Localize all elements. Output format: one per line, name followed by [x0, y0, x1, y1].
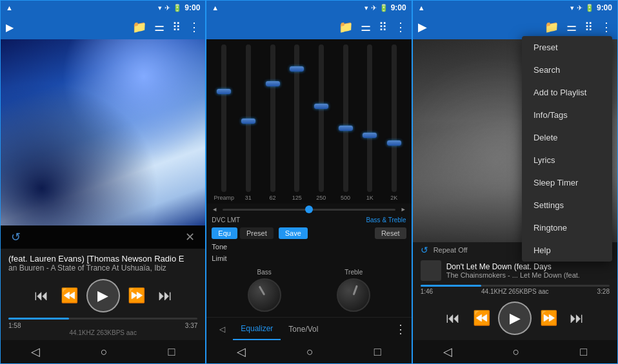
tab-save[interactable]: Save [279, 227, 308, 239]
more-icon-2[interactable]: ⋮ [395, 20, 406, 34]
prev-btn-eq[interactable]: ◁ [212, 318, 233, 340]
recents-icon-3[interactable]: □ [580, 345, 587, 359]
play-button-1[interactable]: ▶ [86, 279, 120, 312]
back-icon-1[interactable]: ◁ [31, 345, 40, 359]
fast-forward-button[interactable]: ⏩ [125, 284, 148, 307]
time-total-3: 3:28 [597, 288, 610, 295]
status-bar-2: ▲ ▾ ✈ 🔋 9:00 [206, 1, 411, 15]
eq-slider-1k[interactable] [357, 44, 382, 192]
more-icon-3[interactable]: ⋮ [601, 20, 612, 34]
back-icon-3[interactable]: ◁ [443, 345, 452, 359]
treble-knob[interactable] [337, 278, 370, 312]
menu-item-search[interactable]: Search [522, 59, 612, 81]
eq-label-2k: 2K [382, 195, 406, 201]
equalizer-icon-1[interactable]: ⚌ [154, 20, 164, 34]
play-icon-3[interactable]: ▶ [418, 20, 427, 34]
menu-item-help[interactable]: Help [522, 239, 612, 262]
equalizer-icon-3[interactable]: ⚌ [566, 20, 577, 34]
progress-bar-bg-1[interactable] [8, 318, 197, 320]
status-time-3: 9:00 [597, 3, 612, 12]
nav-bar-2: ◁ ○ □ [206, 340, 411, 363]
menu-item-lyrics[interactable]: Lyrics [522, 149, 612, 171]
menu-item-preset[interactable]: Preset [522, 36, 612, 59]
folder-icon-3[interactable]: 📁 [544, 20, 559, 34]
track-artist-3: The Chainsmokers - ... Let Me Down (feat… [446, 271, 610, 279]
recents-icon-2[interactable]: □ [374, 345, 381, 359]
prev-track-button-3[interactable]: ⏮ [441, 307, 464, 330]
wifi-icon-2: ▾ [364, 4, 368, 12]
recents-icon-1[interactable]: □ [168, 345, 175, 359]
rewind-button[interactable]: ⏪ [58, 284, 81, 307]
folder-icon-2[interactable]: 📁 [339, 20, 353, 34]
home-icon-1[interactable]: ○ [101, 345, 108, 359]
eq-track-62[interactable] [270, 44, 275, 192]
signal-icon: ▲ [6, 4, 13, 12]
repeat-icon[interactable]: ↺ [11, 230, 21, 244]
menu-item-info-tags[interactable]: Info/Tags [522, 104, 612, 126]
next-track-button[interactable]: ⏭ [154, 284, 177, 307]
more-icon-1[interactable]: ⋮ [188, 20, 200, 34]
next-track-button-3[interactable]: ⏭ [565, 307, 588, 330]
rewind-button-3[interactable]: ⏪ [470, 307, 493, 330]
eq-thumb-2k [387, 140, 401, 146]
eq-tabs: Equ Preset Save Reset [206, 225, 411, 242]
tab-equ[interactable]: Equ [212, 227, 237, 239]
folder-icon-1[interactable]: 📁 [132, 20, 146, 34]
visualizer-icon-2[interactable]: ⠿ [379, 20, 387, 34]
menu-item-delete[interactable]: Delete [522, 126, 612, 149]
eq-track-preamp[interactable] [221, 44, 226, 192]
eq-slider-250[interactable] [309, 44, 334, 192]
playback-controls-3: ⏮ ⏪ ▶ ⏩ ⏭ [413, 298, 617, 340]
more-btn-eq[interactable]: ⋮ [395, 322, 406, 336]
menu-item-settings[interactable]: Settings [522, 194, 612, 216]
dvc-label: DVC LMT [212, 216, 240, 224]
eq-track-1k[interactable] [367, 44, 372, 192]
home-icon-3[interactable]: ○ [512, 345, 519, 359]
bass-knob-col: Bass [248, 269, 281, 312]
preamp-slider[interactable] [223, 209, 395, 211]
status-left-1: ▲ [6, 4, 13, 12]
eq-slider-62[interactable] [261, 44, 285, 192]
eq-slider-125[interactable] [284, 44, 309, 192]
eq-slider-2k[interactable] [382, 44, 406, 192]
eq-knobs: Bass Treble [206, 263, 411, 317]
eq-thumb-500 [339, 126, 353, 131]
back-icon-2[interactable]: ◁ [237, 345, 246, 359]
progress-bar-bg-3[interactable] [421, 285, 610, 287]
bass-knob[interactable] [248, 278, 281, 312]
eq-track-500[interactable] [343, 44, 348, 192]
play-button-3[interactable]: ▶ [498, 302, 532, 335]
close-icon[interactable]: ✕ [185, 230, 195, 244]
home-icon-2[interactable]: ○ [306, 345, 314, 359]
eq-thumb-31 [241, 119, 255, 124]
tab-reset[interactable]: Reset [375, 227, 406, 239]
eq-track-125[interactable] [294, 44, 299, 192]
prev-track-button[interactable]: ⏮ [30, 284, 53, 307]
repeat-icon-3[interactable]: ↺ [421, 245, 428, 255]
visualizer-icon-3[interactable]: ⠿ [584, 20, 593, 34]
tab-tone-vol[interactable]: Tone/Vol [281, 318, 326, 340]
menu-item-sleep-timer[interactable]: Sleep Timer [522, 171, 612, 194]
eq-slider-preamp[interactable] [212, 44, 236, 192]
eq-thumb-125 [290, 66, 304, 72]
visualizer-icon-1[interactable]: ⠿ [172, 20, 181, 34]
limit-label: Limit [212, 254, 237, 262]
battery-icon-2: 🔋 [379, 4, 388, 12]
eq-label-62: 62 [261, 195, 285, 201]
menu-item-add-playlist[interactable]: Add to Playlist [522, 81, 612, 104]
repeat-text: Repeat Off [434, 246, 468, 254]
eq-slider-500[interactable] [334, 44, 358, 192]
eq-slider-31[interactable] [236, 44, 261, 192]
time-row-1: 1:58 3:37 [8, 322, 197, 329]
tab-equalizer[interactable]: Equalizer [233, 318, 281, 340]
play-icon-1[interactable]: ▶ [6, 21, 14, 34]
equalizer-icon-2[interactable]: ⚌ [361, 20, 371, 34]
eq-track-2k[interactable] [392, 44, 397, 192]
tab-preset[interactable]: Preset [240, 227, 274, 239]
play-icon-3a: ▶ [510, 310, 521, 327]
menu-item-ringtone[interactable]: Ringtone [522, 216, 612, 239]
fast-forward-button-3[interactable]: ⏩ [537, 307, 560, 330]
time-total-1: 3:37 [185, 322, 197, 329]
eq-track-31[interactable] [246, 44, 251, 192]
eq-track-250[interactable] [319, 44, 324, 192]
